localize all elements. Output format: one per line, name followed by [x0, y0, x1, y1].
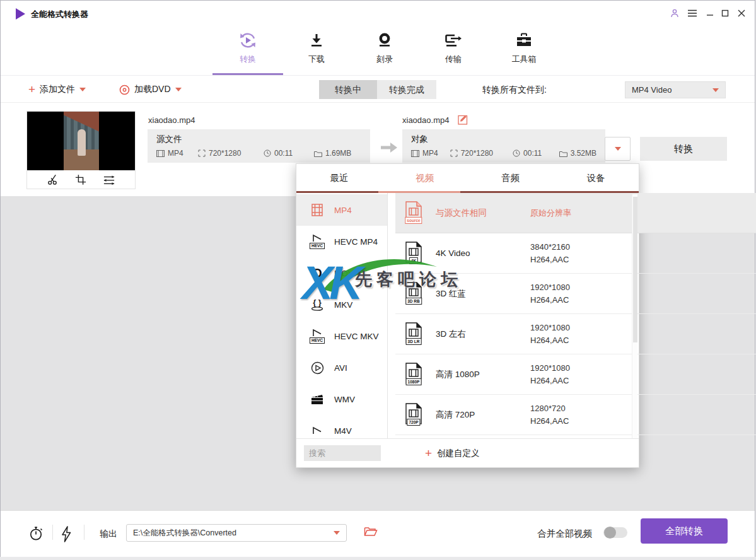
- target-format-value: MP4 Video: [632, 85, 672, 95]
- effects-sliders-icon[interactable]: [103, 174, 115, 185]
- transfer-icon: [425, 30, 482, 51]
- main-nav: 转换 下载 刻录 传输: [1, 26, 755, 76]
- convert-all-to-label: 转换所有文件到:: [482, 85, 547, 96]
- tab-toolbox[interactable]: 工具箱: [496, 30, 552, 65]
- tab-burn[interactable]: 刻录: [356, 30, 413, 65]
- menu-icon[interactable]: [685, 7, 699, 20]
- search-input[interactable]: [304, 445, 381, 461]
- format-item-avi[interactable]: AVI: [296, 352, 388, 383]
- footer-bar: 输出 E:\全能格式转换器\Converted 合并全部视频 全部转换: [1, 510, 755, 557]
- toggle-knob: [604, 527, 616, 539]
- preset-resolution: 1920*1080: [530, 283, 570, 292]
- format-item-mp4[interactable]: MP4: [296, 194, 388, 226]
- preset-resolution: 1920*1080: [530, 363, 570, 373]
- format-list: MP4 HEVC HEVC MP4 Q MOV { } MKV: [296, 193, 388, 440]
- popup-tab-video[interactable]: 视频: [382, 164, 468, 192]
- avi-play-circle-icon: [309, 361, 325, 375]
- 4k-preset-icon: 4K: [403, 242, 424, 265]
- minimize-button[interactable]: [703, 7, 717, 20]
- popup-tab-device[interactable]: 设备: [553, 164, 639, 192]
- convert-button[interactable]: 转换: [640, 137, 727, 161]
- maximize-button[interactable]: [718, 7, 732, 20]
- preset-hd-720p[interactable]: 720P 高清 720P 1280*720H264,AAC: [395, 395, 756, 435]
- preset-resolution: 3840*2160: [530, 242, 570, 252]
- crop-icon[interactable]: [75, 174, 86, 185]
- preset-scrollbar[interactable]: [632, 194, 637, 438]
- tab-transfer-label: 传输: [425, 54, 482, 65]
- format-item-wmv[interactable]: WMV: [296, 383, 388, 415]
- open-folder-icon[interactable]: [364, 526, 378, 537]
- account-icon[interactable]: [668, 7, 682, 20]
- format-item-mkv[interactable]: { } MKV: [296, 289, 388, 320]
- source-filename: xiaodao.mp4: [148, 115, 195, 125]
- format-label: WMV: [334, 395, 355, 404]
- tab-download-label: 下载: [288, 54, 345, 65]
- tab-burn-label: 刻录: [356, 54, 413, 65]
- preset-hd-1080p[interactable]: 1080P 高清 1080P 1920*1080H264,AAC: [395, 354, 756, 395]
- preset-name: 高清 1080P: [436, 369, 530, 380]
- thumbnail-figure: [78, 129, 86, 156]
- scrollbar-thumb[interactable]: [633, 197, 637, 342]
- wmv-clapper-icon: [309, 394, 325, 405]
- target-format-select[interactable]: MP4 Video: [625, 81, 726, 98]
- preset-3d-red-blue[interactable]: 3D RB 3D 红蓝 1920*1080H264,AAC: [395, 274, 756, 314]
- tab-finished[interactable]: 转换完成: [377, 80, 436, 99]
- add-file-button[interactable]: + 添加文件: [28, 83, 86, 96]
- format-label: HEVC MP4: [334, 237, 378, 247]
- high-speed-icon[interactable]: [61, 526, 71, 542]
- app-window: 全能格式转换器: [0, 0, 755, 557]
- target-resolution: 720*1280: [450, 149, 513, 158]
- format-item-hevc-mkv[interactable]: HEVC HEVC MKV: [296, 320, 388, 352]
- output-label: 输出: [100, 528, 117, 540]
- rename-edit-icon[interactable]: [458, 114, 468, 125]
- tab-transfer[interactable]: 传输: [425, 30, 482, 65]
- close-button[interactable]: [735, 7, 748, 20]
- preset-name: 4K Video: [436, 248, 530, 258]
- convert-icon: [219, 30, 276, 51]
- target-format-dropdown-button[interactable]: [605, 137, 631, 161]
- format-label: MP4: [334, 206, 352, 215]
- format-item-m4v[interactable]: M4V: [296, 415, 388, 440]
- source-info-box: 源文件 MP4 720*1280 00:11 1.69MB: [148, 129, 370, 163]
- tab-converting[interactable]: 转换中: [319, 80, 377, 99]
- preset-list: source 与源文件相同 原始分辨率 4K 4K Video 3840*216…: [395, 193, 756, 440]
- format-item-mov[interactable]: Q MOV: [296, 257, 388, 289]
- preset-name: 3D 红蓝: [436, 288, 530, 300]
- popup-tabs: 最近 视频 音频 设备: [296, 164, 639, 192]
- preset-same-as-source[interactable]: source 与源文件相同 原始分辨率: [395, 193, 756, 233]
- preset-3d-left-right[interactable]: 3D LR 3D 左右 1920*1080H264,AAC: [395, 314, 756, 354]
- app-title: 全能格式转换器: [31, 9, 88, 20]
- resolution-icon: [198, 149, 206, 157]
- create-custom-button[interactable]: + 创建自定义: [425, 448, 480, 459]
- dvd-icon: [119, 85, 130, 95]
- divider: [84, 525, 84, 540]
- tab-download[interactable]: 下载: [288, 30, 345, 65]
- resolution-icon: [450, 149, 458, 157]
- trim-scissors-icon[interactable]: [47, 173, 59, 185]
- load-dvd-button[interactable]: 加载DVD: [119, 83, 182, 96]
- tab-convert[interactable]: 转换: [219, 30, 276, 65]
- schedule-timer-icon[interactable]: [28, 526, 44, 541]
- output-path-value: E:\全能格式转换器\Converted: [133, 528, 236, 539]
- format-label: HEVC MKV: [334, 332, 379, 341]
- preset-resolution: 1920*1080: [530, 323, 570, 332]
- popup-tab-audio[interactable]: 音频: [468, 164, 554, 192]
- video-thumbnail[interactable]: [27, 112, 135, 189]
- preset-codec: H264,AAC: [530, 416, 569, 426]
- preset-4k-video[interactable]: 4K 4K Video 3840*2160H264,AAC: [395, 233, 756, 274]
- create-custom-label: 创建自定义: [437, 448, 480, 459]
- download-icon: [288, 30, 345, 51]
- chevron-down-icon: [79, 88, 86, 91]
- film-icon: [411, 150, 419, 157]
- burn-disc-icon: [356, 30, 413, 51]
- folder-icon: [314, 150, 322, 157]
- convert-all-button[interactable]: 全部转换: [641, 518, 728, 544]
- thumbnail-toolbar: [27, 170, 135, 189]
- output-path-select[interactable]: E:\全能格式转换器\Converted: [126, 524, 347, 542]
- app-logo-icon: [16, 8, 25, 20]
- format-item-hevc-mp4[interactable]: HEVC HEVC MP4: [296, 226, 388, 257]
- popup-tab-recent[interactable]: 最近: [296, 164, 382, 192]
- plus-icon: +: [28, 84, 35, 95]
- merge-toggle[interactable]: [603, 527, 627, 538]
- hevc-play-icon: HEVC: [309, 234, 325, 249]
